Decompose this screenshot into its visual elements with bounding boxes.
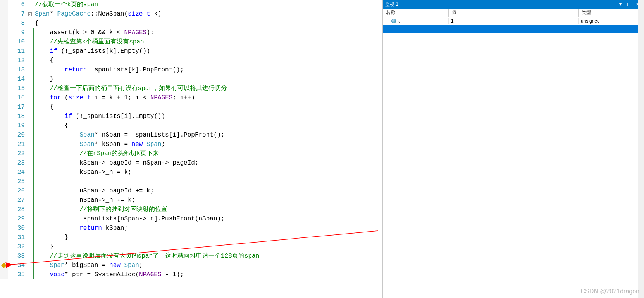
fold-slot[interactable] xyxy=(27,74,33,84)
breakpoint-slot[interactable] xyxy=(0,233,8,242)
fold-slot[interactable] xyxy=(27,270,33,279)
breakpoint-slot[interactable] xyxy=(0,242,8,251)
breakpoint-gutter[interactable] xyxy=(0,0,8,279)
watch-header-type[interactable]: 类型 xyxy=(579,9,644,17)
breakpoint-slot[interactable] xyxy=(0,261,8,270)
code-line[interactable]: //走到这里说明后面没有大页的span了，这时就向堆申请一个128页的span xyxy=(35,251,382,261)
breakpoint-slot[interactable] xyxy=(0,251,8,261)
fold-slot[interactable] xyxy=(27,205,33,214)
watch-var-name[interactable]: k xyxy=(383,18,449,24)
code-line[interactable]: void* ptr = SystemAlloc(NPAGES - 1); xyxy=(35,270,382,279)
code-line[interactable]: } xyxy=(35,233,382,242)
panel-dock-icon[interactable]: ◻ xyxy=(625,2,633,7)
code-line[interactable]: if (!_spanLists[i].Empty()) xyxy=(35,112,382,121)
code-line[interactable]: kSpan->_pageId = nSpan->_pageId; xyxy=(35,158,382,168)
breakpoint-slot[interactable] xyxy=(0,9,8,19)
breakpoint-slot[interactable] xyxy=(0,56,8,65)
watch-var-value[interactable]: 1 xyxy=(449,18,579,24)
watch-titlebar[interactable]: 监视 1 ▾ ◻ ✕ xyxy=(383,0,644,9)
code-line[interactable]: //先检查第k个桶里面有没有span xyxy=(35,37,382,47)
fold-slot[interactable] xyxy=(27,65,33,74)
code-line[interactable]: Span* PageCache::NewSpan(size_t k) xyxy=(35,9,382,19)
fold-slot[interactable] xyxy=(27,130,33,140)
fold-slot[interactable] xyxy=(27,168,33,177)
code-line[interactable]: return kSpan; xyxy=(35,224,382,233)
fold-gutter[interactable]: - xyxy=(27,0,33,279)
code-line[interactable]: if (!_spanLists[k].Empty()) xyxy=(35,47,382,56)
breakpoint-slot[interactable] xyxy=(0,112,8,121)
fold-slot[interactable] xyxy=(27,28,33,37)
code-line[interactable]: //检查一下后面的桶里面有没有span，如果有可以将其进行切分 xyxy=(35,84,382,93)
watch-body[interactable]: k1unsigned xyxy=(383,17,644,298)
breakpoint-slot[interactable] xyxy=(0,158,8,168)
fold-slot[interactable] xyxy=(27,19,33,28)
code-line[interactable]: _spanLists[nSpan->_n].PushFront(nSpan); xyxy=(35,214,382,224)
watch-header-name[interactable]: 名称 xyxy=(383,9,449,17)
fold-slot[interactable] xyxy=(27,102,33,112)
code-line[interactable]: { xyxy=(35,102,382,112)
fold-slot[interactable] xyxy=(27,93,33,102)
code-line[interactable]: { xyxy=(35,19,382,28)
breakpoint-slot[interactable] xyxy=(0,121,8,130)
breakpoint-slot[interactable] xyxy=(0,140,8,149)
breakpoint-slot[interactable] xyxy=(0,149,8,158)
fold-slot[interactable] xyxy=(27,251,33,261)
breakpoint-slot[interactable] xyxy=(0,0,8,9)
breakpoint-slot[interactable] xyxy=(0,270,8,279)
fold-slot[interactable] xyxy=(27,233,33,242)
breakpoint-slot[interactable] xyxy=(0,93,8,102)
breakpoint-slot[interactable] xyxy=(0,205,8,214)
code-line[interactable]: kSpan->_n = k; xyxy=(35,168,382,177)
watch-row[interactable]: k1unsigned xyxy=(383,17,644,25)
watch-row-new[interactable] xyxy=(383,25,644,33)
breakpoint-slot[interactable] xyxy=(0,19,8,28)
code-line[interactable] xyxy=(35,177,382,186)
fold-slot[interactable] xyxy=(27,56,33,65)
code-line[interactable]: return _spanLists[k].PopFront(); xyxy=(35,65,382,74)
fold-slot[interactable] xyxy=(27,242,33,251)
fold-slot[interactable] xyxy=(27,224,33,233)
breakpoint-slot[interactable] xyxy=(0,74,8,84)
fold-slot[interactable] xyxy=(27,112,33,121)
breakpoint-slot[interactable] xyxy=(0,177,8,186)
code-content[interactable]: //获取一个k页的spanSpan* PageCache::NewSpan(si… xyxy=(34,0,382,279)
breakpoint-slot[interactable] xyxy=(0,37,8,47)
code-line[interactable]: //获取一个k页的span xyxy=(35,0,382,9)
fold-slot[interactable] xyxy=(27,149,33,158)
fold-slot[interactable] xyxy=(27,121,33,130)
breakpoint-slot[interactable] xyxy=(0,130,8,140)
breakpoint-slot[interactable] xyxy=(0,196,8,205)
scrollbar[interactable] xyxy=(638,0,644,298)
code-line[interactable]: //在nSpan的头部切k页下来 xyxy=(35,149,382,158)
code-line[interactable]: } xyxy=(35,74,382,84)
breakpoint-slot[interactable] xyxy=(0,214,8,224)
code-line[interactable]: nSpan->_n -= k; xyxy=(35,196,382,205)
code-line[interactable]: for (size_t i = k + 1; i < NPAGES; i++) xyxy=(35,93,382,102)
code-editor[interactable]: 6789101112131415161718192021222324252627… xyxy=(0,0,382,298)
fold-slot[interactable] xyxy=(27,47,33,56)
fold-slot[interactable]: - xyxy=(27,9,33,19)
breakpoint-slot[interactable] xyxy=(0,65,8,74)
code-line[interactable]: { xyxy=(35,121,382,130)
code-line[interactable]: nSpan->_pageId += k; xyxy=(35,186,382,196)
fold-slot[interactable] xyxy=(27,84,33,93)
breakpoint-slot[interactable] xyxy=(0,186,8,196)
fold-slot[interactable] xyxy=(27,177,33,186)
breakpoint-slot[interactable] xyxy=(0,102,8,112)
fold-slot[interactable] xyxy=(27,186,33,196)
fold-slot[interactable] xyxy=(27,37,33,47)
code-line[interactable]: Span* bigSpan = new Span; xyxy=(35,261,382,270)
code-line[interactable]: } xyxy=(35,242,382,251)
code-line[interactable]: assert(k > 0 && k < NPAGES); xyxy=(35,28,382,37)
breakpoint-slot[interactable] xyxy=(0,28,8,37)
breakpoint-slot[interactable] xyxy=(0,224,8,233)
fold-slot[interactable] xyxy=(27,0,33,9)
breakpoint-slot[interactable] xyxy=(0,84,8,93)
code-line[interactable]: { xyxy=(35,56,382,65)
code-line[interactable]: Span* kSpan = new Span; xyxy=(35,140,382,149)
breakpoint-slot[interactable] xyxy=(0,47,8,56)
watch-header-value[interactable]: 值 xyxy=(449,9,579,17)
code-line[interactable]: //将剩下的挂到对应映射的位置 xyxy=(35,205,382,214)
code-line[interactable]: Span* nSpan = _spanLists[i].PopFront(); xyxy=(35,130,382,140)
fold-slot[interactable] xyxy=(27,214,33,224)
